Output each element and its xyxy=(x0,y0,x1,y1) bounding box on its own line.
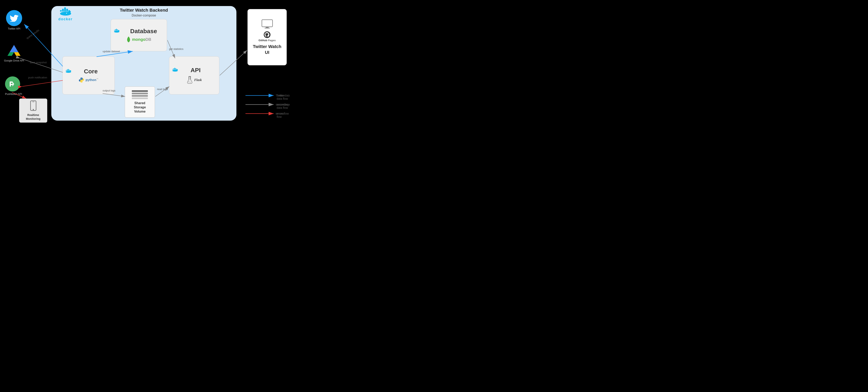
svg-rect-34 xyxy=(189,76,191,77)
svg-rect-25 xyxy=(173,69,173,70)
storage-line-3 xyxy=(132,95,148,97)
svg-rect-9 xyxy=(115,29,116,31)
query-results-label: query results xyxy=(26,29,40,40)
mongo-text: mongoDB xyxy=(132,37,151,42)
core-docker-whale xyxy=(65,68,73,74)
db-header: Database xyxy=(111,28,167,35)
docker-label: docker xyxy=(58,17,73,21)
pushbullet-circle-icon xyxy=(5,76,20,92)
svg-point-24 xyxy=(82,81,82,81)
flask-text: Flask xyxy=(194,78,202,82)
legend-errors-label: errors flow xyxy=(277,112,290,119)
svg-rect-17 xyxy=(67,70,68,71)
db-docker-icon xyxy=(113,28,121,35)
docker-logo-main: docker xyxy=(58,6,73,21)
twitter-bird-icon xyxy=(10,14,19,22)
flask-icon xyxy=(187,76,193,84)
svg-rect-48 xyxy=(32,102,34,102)
twitter-api-service: Twitter API xyxy=(6,10,22,30)
svg-rect-3 xyxy=(66,9,68,12)
gdrive-api-label: Google Drive API xyxy=(4,59,24,62)
pushbullet-icon xyxy=(9,80,17,88)
storage-icon xyxy=(132,90,148,99)
monitor-icon xyxy=(261,19,273,29)
mobile-icon xyxy=(30,100,37,111)
storage-line-4 xyxy=(132,98,148,99)
svg-marker-41 xyxy=(7,52,14,56)
svg-rect-19 xyxy=(69,70,70,71)
api-box: API Flask xyxy=(169,56,219,95)
svg-rect-1 xyxy=(62,9,64,12)
db-title: Database xyxy=(130,28,157,35)
github-icon xyxy=(264,31,271,38)
svg-rect-37 xyxy=(265,28,270,28)
twitter-api-label: Twitter API xyxy=(6,27,22,30)
storage-title: Shared Storage Volume xyxy=(134,101,146,113)
svg-point-31 xyxy=(177,69,178,70)
core-title: Core xyxy=(84,68,98,75)
svg-point-22 xyxy=(70,70,71,71)
diagram: Twitter Watch Backend Docker-compose doc… xyxy=(0,0,290,131)
save-snapshot-label: save snapshot xyxy=(30,61,47,64)
python-text: python™ xyxy=(86,78,98,82)
monitoring-title: Realtime Monitoring xyxy=(26,113,40,121)
svg-rect-27 xyxy=(175,68,175,70)
monitoring-box: Realtime Monitoring xyxy=(19,98,47,123)
legend-secondary-label: secondary data flow xyxy=(277,103,290,109)
api-header: API xyxy=(169,67,219,73)
legend-twitter-label: Twitter data flow xyxy=(277,94,290,100)
svg-point-14 xyxy=(118,30,120,31)
ui-title: Twitter Watch UI xyxy=(253,44,281,55)
svg-rect-2 xyxy=(64,7,66,12)
ui-box: GitHub Pages Twitter Watch UI xyxy=(247,9,287,65)
gdrive-api-service: Google Drive API xyxy=(4,44,24,62)
svg-point-23 xyxy=(81,78,81,79)
mongo-logo: mongoDB xyxy=(126,36,151,43)
svg-rect-44 xyxy=(10,81,13,83)
svg-rect-0 xyxy=(60,10,62,12)
svg-rect-45 xyxy=(10,84,12,85)
pushbullet-api-service: Pushbullet API xyxy=(5,76,22,96)
svg-rect-16 xyxy=(66,70,67,71)
svg-rect-36 xyxy=(266,27,269,28)
svg-marker-42 xyxy=(14,52,21,56)
svg-rect-26 xyxy=(174,68,174,70)
docker-whale-svg xyxy=(59,6,73,17)
push-notification-label: push notification xyxy=(28,76,47,79)
pushbullet-api-label: Pushbullet API xyxy=(5,93,22,96)
gdrive-icon xyxy=(6,44,22,57)
docker-compose-label: Docker-compose xyxy=(51,14,237,17)
svg-rect-11 xyxy=(117,29,118,31)
svg-point-32 xyxy=(188,81,189,82)
svg-point-7 xyxy=(66,13,67,14)
storage-line-1 xyxy=(132,90,148,92)
db-docker-whale xyxy=(113,28,121,34)
mongo-leaf-icon xyxy=(126,36,131,43)
core-header: Core xyxy=(63,68,115,75)
storage-line-2 xyxy=(132,93,148,94)
api-docker-whale xyxy=(172,67,179,73)
svg-rect-35 xyxy=(262,20,273,27)
database-box: Database mongoDB xyxy=(111,19,167,51)
svg-rect-15 xyxy=(128,40,129,42)
api-title: API xyxy=(190,67,200,73)
api-docker-icon xyxy=(172,67,179,73)
flask-logo: Flask xyxy=(187,76,202,84)
github-pages-text: GitHub Pages xyxy=(258,39,276,42)
svg-rect-28 xyxy=(176,68,176,70)
svg-rect-18 xyxy=(68,69,69,71)
core-box: Core python™ xyxy=(62,56,115,95)
svg-point-33 xyxy=(190,82,190,83)
svg-marker-40 xyxy=(10,45,18,52)
storage-box: Shared Storage Volume xyxy=(125,87,155,118)
python-logo: python™ xyxy=(79,77,98,83)
backend-title: Twitter Watch Backend xyxy=(51,8,237,13)
svg-point-47 xyxy=(33,109,34,110)
github-pages-logo: GitHub Pages xyxy=(258,31,276,42)
svg-point-6 xyxy=(68,11,71,13)
svg-rect-8 xyxy=(114,30,115,31)
svg-rect-10 xyxy=(116,29,117,31)
python-icon xyxy=(79,77,84,83)
twitter-circle-icon xyxy=(6,10,22,26)
core-docker-icon xyxy=(65,68,73,75)
